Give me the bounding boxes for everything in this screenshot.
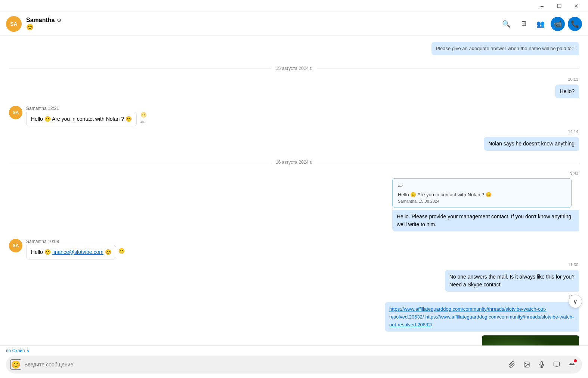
message-row-out-4: No one answers the mail. Is it always li… (9, 270, 579, 292)
input-row: 😊 ••• (6, 356, 582, 374)
screen-button[interactable]: 🖥 (516, 17, 530, 31)
attach-icon (508, 361, 515, 368)
incoming-group-2: SA Samantha 10:08 Hello 🙂 finance@slotvi… (9, 239, 579, 261)
close-button[interactable]: ✕ (568, 0, 585, 12)
header-right: 🔍 🖥 👥 📹 📞 (499, 17, 582, 31)
edit-icon-1[interactable]: ✏ (140, 119, 147, 125)
in-msg-2-text: Hello 🙂 finance@slotvibe.com 😊 (31, 249, 111, 255)
chat-area: Please give an adequate answer when the … (0, 36, 588, 345)
contacts-button[interactable]: 👥 (533, 17, 548, 31)
contact-name: Samantha (26, 17, 55, 24)
time-label-4: 9:43 (9, 171, 579, 175)
settings-icon[interactable]: ⚙ (57, 17, 62, 23)
bubble-in-2: Hello 🙂 finance@slotvibe.com 😊 (26, 245, 116, 259)
link-bubble: https://www.affiliateguarddog.com/commun… (385, 302, 579, 332)
message-actions-1: 🙂 ✏ (140, 112, 147, 125)
chat-image (482, 335, 579, 346)
message-row-in-2: SA Samantha 10:08 Hello 🙂 finance@slotvi… (9, 239, 579, 259)
divider-line-2-right (317, 162, 579, 162)
date-label-1: 15 августа 2024 г. (276, 66, 312, 71)
attach-button[interactable] (506, 359, 518, 371)
mic-button[interactable] (536, 359, 548, 371)
minimize-button[interactable]: – (533, 0, 551, 12)
phone-call-button[interactable]: 📞 (568, 17, 582, 31)
chat-wrapper: Please give an adequate answer when the … (0, 36, 588, 345)
date-divider-2: 16 августа 2024 г. (9, 160, 579, 165)
out-msg-1-text: Hello? (560, 88, 575, 94)
divider-line-right (317, 68, 579, 68)
svg-rect-18 (554, 362, 560, 366)
search-button[interactable]: 🔍 (499, 17, 513, 31)
avatar: SA (6, 16, 22, 32)
restore-button[interactable]: ☐ (551, 0, 568, 12)
svg-point-15 (525, 363, 526, 364)
reply-arrow-icon: ↩ (398, 182, 566, 190)
time-label-6: 11:30 (9, 262, 579, 267)
header: SA Samantha ⚙ 😊 🔍 🖥 👥 📹 📞 (0, 12, 588, 36)
time-label-3: 14:14 (9, 129, 579, 134)
skype-label-text: по Скайп (6, 348, 25, 353)
incoming-content-2: Samantha 10:08 Hello 🙂 finance@slotvibe.… (26, 239, 125, 259)
bubble-with-reply-wrapper: ↩ Hello 🙂 Are you in contact with Nolan … (392, 178, 579, 231)
out-msg-4-line-1: No one answers the mail. Is it always li… (449, 273, 575, 281)
samantha-avatar-1: SA (9, 106, 22, 119)
bubble-in-1: Hello 🙂 Are you in contact with Nolan ? … (26, 112, 137, 126)
sender-name-2: Samantha 10:08 (26, 239, 125, 244)
chevron-down-icon: ∨ (27, 348, 30, 353)
status-emoji: 😊 (26, 24, 62, 31)
reply-quote-sender: Samantha, 15.08.2024 (398, 199, 566, 203)
reaction-icon-2[interactable]: 🙂 (118, 248, 125, 254)
incoming-content-1: Samantha 12:21 Hello 🙂 Are you in contac… (26, 106, 147, 126)
message-row-out-1: Hello? (9, 84, 579, 98)
message-row-out-3: ↩ Hello 🙂 Are you in contact with Nolan … (9, 178, 579, 231)
header-left: SA Samantha ⚙ 😊 (6, 16, 62, 32)
screen-share-button[interactable] (551, 359, 563, 371)
email-link[interactable]: finance@slotvibe.com (52, 249, 103, 255)
message-row-out-5: https://www.affiliateguarddog.com/commun… (9, 302, 579, 346)
notification-dot (574, 359, 577, 362)
cat-image-svg (482, 335, 579, 346)
divider-line-left (9, 68, 271, 68)
reaction-icon-1[interactable]: 🙂 (140, 112, 147, 118)
link-and-image-group: https://www.affiliateguarddog.com/commun… (385, 302, 579, 346)
partial-message-text: Please give an adequate answer when the … (436, 46, 575, 51)
header-name-area: Samantha ⚙ 😊 (26, 17, 62, 31)
time-label-1: 10:13 (9, 77, 579, 82)
message-row-in-1: SA Samantha 12:21 Hello 🙂 Are you in con… (9, 106, 579, 126)
image-placeholder (482, 335, 579, 346)
skype-label[interactable]: по Скайп ∨ (6, 346, 582, 356)
bubble-out-4: No one answers the mail. Is it always li… (445, 270, 579, 292)
out-msg-2-text: Nolan says he doesn't know anything (488, 141, 575, 147)
title-bar: – ☐ ✕ (0, 0, 588, 12)
svg-rect-0 (482, 335, 579, 346)
out-msg-4-line-2: Need a Skype contact (449, 281, 575, 289)
screen-share-icon (553, 361, 560, 368)
date-divider-1: 15 августа 2024 г. (9, 66, 579, 71)
bubble-out-1: Hello? (555, 84, 579, 98)
emoji-button[interactable]: 😊 (10, 359, 21, 370)
gallery-icon (523, 361, 530, 368)
scroll-down-button[interactable]: ∨ (569, 295, 582, 308)
more-button[interactable]: ••• (566, 359, 578, 371)
partial-bubble: Please give an adequate answer when the … (431, 42, 579, 55)
bubble-out-2: Nolan says he doesn't know anything (484, 137, 579, 151)
input-area: по Скайп ∨ 😊 ••• (0, 345, 588, 378)
time-label-7: 13:27 (9, 295, 579, 299)
reply-quote-text: Hello 🙂 Are you in contact with Nolan ? … (398, 192, 566, 197)
sender-name-1: Samantha 12:21 (26, 106, 147, 111)
in-msg-1-text: Hello 🙂 Are you in contact with Nolan ? … (31, 116, 132, 122)
reply-quote: ↩ Hello 🙂 Are you in contact with Nolan … (392, 178, 572, 208)
gallery-button[interactable] (521, 359, 533, 371)
incoming-group-1: SA Samantha 12:21 Hello 🙂 Are you in con… (9, 106, 579, 128)
header-name-row: Samantha ⚙ (26, 17, 62, 24)
more-icon: ••• (569, 361, 574, 369)
out-msg-3-text: Hello. Please provide your management co… (397, 213, 573, 227)
date-label-2: 16 августа 2024 г. (276, 160, 312, 165)
divider-line-2-left (9, 162, 271, 162)
bubble-out-3: Hello. Please provide your management co… (392, 210, 579, 231)
mic-icon (538, 361, 545, 368)
samantha-avatar-2: SA (9, 239, 22, 252)
video-call-button[interactable]: 📹 (551, 17, 565, 31)
message-input[interactable] (24, 362, 503, 368)
message-row-out-2: Nolan says he doesn't know anything (9, 137, 579, 151)
